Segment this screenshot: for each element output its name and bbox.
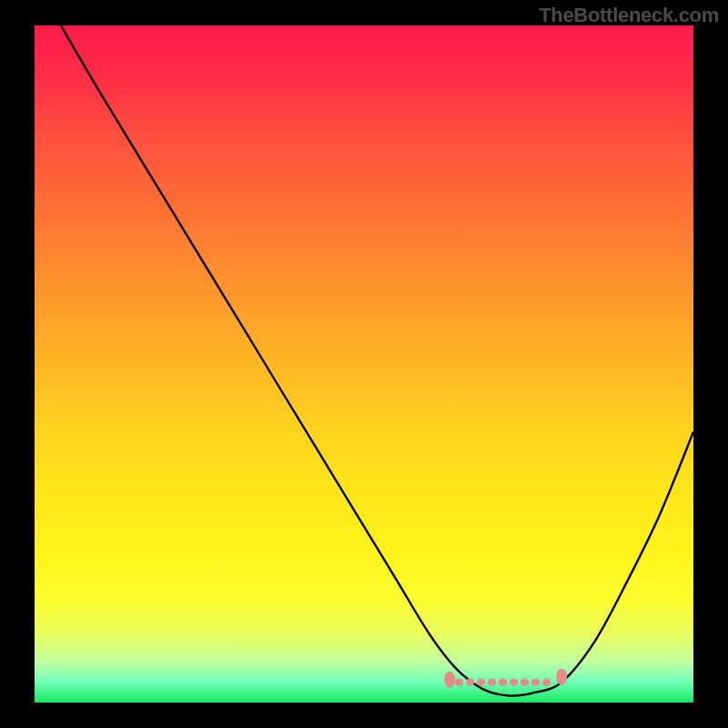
- svg-point-10: [556, 669, 567, 685]
- svg-rect-2: [477, 679, 485, 686]
- svg-rect-5: [510, 679, 518, 686]
- svg-rect-7: [531, 679, 540, 686]
- plot-area: [35, 25, 693, 703]
- svg-rect-0: [455, 679, 463, 686]
- highlight-band: [35, 25, 693, 703]
- svg-rect-3: [488, 679, 496, 686]
- svg-rect-8: [542, 679, 551, 686]
- svg-rect-1: [466, 679, 474, 686]
- watermark-text: TheBottleneck.com: [539, 4, 719, 27]
- svg-rect-6: [521, 679, 529, 686]
- svg-point-9: [444, 672, 455, 688]
- svg-rect-4: [499, 679, 507, 686]
